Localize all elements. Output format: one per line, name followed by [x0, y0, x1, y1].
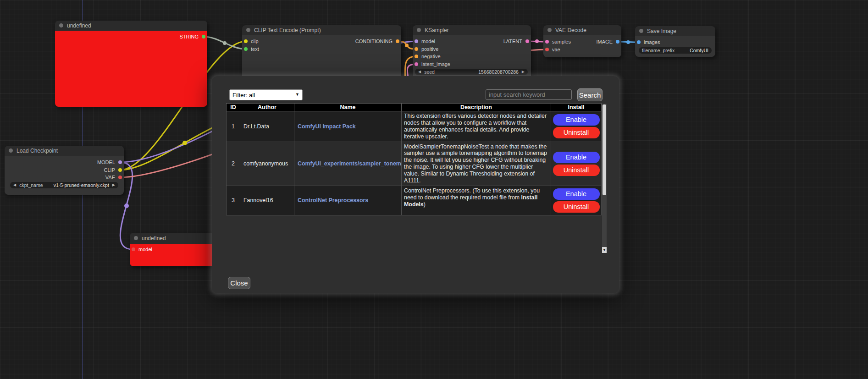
search-input[interactable]	[486, 89, 572, 100]
enable-button[interactable]: Enable	[553, 114, 600, 126]
node-collapse-dot-icon[interactable]	[246, 28, 250, 32]
output-slot-vae[interactable]: VAE	[105, 174, 122, 181]
scroll-down-icon: ▼	[603, 248, 606, 252]
link-midpoint-dot[interactable]	[223, 41, 227, 45]
node-title: Load Checkpoint	[17, 148, 58, 154]
output-dot-icon[interactable]	[118, 160, 122, 164]
output-slot-string[interactable]: STRING	[179, 33, 205, 40]
input-dot-icon[interactable]	[415, 39, 418, 43]
node-collapse-dot-icon[interactable]	[134, 236, 138, 240]
enable-button[interactable]: Enable	[553, 152, 600, 163]
input-slot-model[interactable]: model	[132, 246, 152, 253]
node-title-bar[interactable]: KSampler	[413, 25, 531, 35]
node-collapse-dot-icon[interactable]	[59, 23, 63, 27]
node-clip-text-encode[interactable]: CLIP Text Encode (Prompt) clip text COND…	[242, 25, 401, 82]
input-dot-icon[interactable]	[637, 40, 641, 44]
node-title-bar[interactable]: undefined	[130, 233, 215, 244]
output-dot-icon[interactable]	[118, 168, 122, 172]
install-cell: EnableUninstall	[551, 186, 602, 215]
input-slot-latent-image[interactable]: latent_image	[415, 61, 450, 67]
node-undefined-model[interactable]: undefined model	[130, 233, 215, 266]
extension-description: ControlNet Preprocessors. (To use this e…	[402, 186, 551, 215]
input-dot-icon[interactable]	[415, 62, 418, 66]
link-midpoint-dot[interactable]	[182, 141, 187, 145]
node-save-image[interactable]: Save Image images filename_prefix ComfyU…	[635, 26, 715, 57]
input-slot-negative[interactable]: negative	[415, 53, 441, 60]
node-collapse-dot-icon[interactable]	[417, 28, 421, 32]
node-title-bar[interactable]: VAE Decode	[543, 25, 621, 35]
node-collapse-dot-icon[interactable]	[9, 148, 13, 153]
extension-name-link[interactable]: ComfyUI Impact Pack	[298, 123, 356, 130]
node-collapse-dot-icon[interactable]	[639, 29, 643, 33]
scrollbar-thumb[interactable]	[603, 104, 606, 195]
input-slot-model[interactable]: model	[415, 38, 435, 44]
node-undefined-string[interactable]: undefined STRING	[55, 21, 207, 107]
enable-button[interactable]: Enable	[553, 188, 600, 200]
node-graph-canvas[interactable]: undefined STRING CLIP Text Encode (Promp…	[0, 0, 868, 379]
input-slot-clip[interactable]: clip	[244, 38, 259, 44]
description-text: ModelSamplerTonemapNoiseTest a node that…	[404, 143, 547, 184]
output-dot-icon[interactable]	[202, 35, 205, 38]
filter-select[interactable]: Filter: all	[229, 89, 303, 100]
filename-prefix-widget[interactable]: filename_prefix ComfyUI	[639, 47, 712, 54]
input-slot-vae[interactable]: vae	[545, 46, 560, 53]
input-dot-icon[interactable]	[545, 48, 549, 51]
output-dot-icon[interactable]	[118, 176, 122, 179]
input-dot-icon[interactable]	[415, 47, 418, 51]
node-title: KSampler	[425, 27, 449, 33]
output-slot-latent[interactable]: LATENT	[503, 38, 529, 44]
uninstall-button[interactable]: Uninstall	[553, 165, 600, 176]
input-dot-icon[interactable]	[132, 247, 135, 251]
extension-name-link[interactable]: ControlNet Preprocessors	[298, 197, 368, 203]
extension-table-scroll[interactable]: IDAuthorNameDescriptionInstall 1Dr.Lt.Da…	[226, 103, 607, 253]
output-slot-clip[interactable]: CLIP	[104, 167, 122, 173]
extension-description: ModelSamplerTonemapNoiseTest a node that…	[402, 142, 551, 186]
node-load-checkpoint[interactable]: Load Checkpoint MODEL CLIP VAE ◀ ckpt_na…	[5, 146, 124, 195]
output-slot-image[interactable]: IMAGE	[597, 38, 619, 45]
node-title-bar[interactable]: undefined	[55, 21, 207, 31]
next-arrow-icon[interactable]: ▶	[112, 182, 115, 188]
slot-label: model	[421, 38, 435, 44]
input-dot-icon[interactable]	[415, 55, 418, 58]
node-collapse-dot-icon[interactable]	[547, 28, 552, 32]
node-vae-decode[interactable]: VAE Decode samples vae IMAGE	[543, 25, 621, 57]
output-dot-icon[interactable]	[616, 40, 619, 44]
decrement-arrow-icon[interactable]: ◀	[418, 69, 421, 75]
uninstall-button[interactable]: Uninstall	[553, 201, 600, 213]
uninstall-button[interactable]: Uninstall	[553, 127, 600, 138]
ckpt-name-widget[interactable]: ◀ ckpt_name v1-5-pruned-emaonly.ckpt ▶	[10, 182, 118, 188]
output-dot-icon[interactable]	[396, 39, 399, 43]
node-title-bar[interactable]: Load Checkpoint	[5, 146, 124, 156]
input-slot-text[interactable]: text	[244, 46, 259, 52]
slot-label: STRING	[179, 34, 199, 39]
output-slot-model[interactable]: MODEL	[97, 159, 122, 165]
extension-name-link[interactable]: ComfyUI_experiments/sampler_tonemap	[298, 160, 402, 167]
input-slot-positive[interactable]: positive	[415, 46, 438, 52]
column-header-author: Author	[240, 104, 294, 111]
scrollbar-down-button[interactable]: ▼	[602, 247, 607, 253]
link-midpoint-dot[interactable]	[535, 39, 539, 43]
link-midpoint-dot[interactable]	[405, 44, 409, 47]
output-dot-icon[interactable]	[525, 39, 529, 43]
input-slot-samples[interactable]: samples	[545, 38, 571, 45]
node-body: samples vae IMAGE	[543, 35, 621, 57]
seed-widget[interactable]: ◀ seed 156680208700286 ▶	[415, 69, 528, 75]
table-scrollbar[interactable]: ▼	[602, 103, 607, 253]
link-midpoint-dot[interactable]	[124, 203, 129, 208]
previous-arrow-icon[interactable]: ◀	[13, 182, 16, 188]
close-button[interactable]: Close	[228, 277, 250, 289]
input-dot-icon[interactable]	[545, 40, 549, 44]
column-header-id: ID	[227, 104, 240, 111]
link-midpoint-dot[interactable]	[626, 40, 630, 44]
increment-arrow-icon[interactable]: ▶	[522, 69, 525, 75]
input-dot-icon[interactable]	[244, 39, 248, 43]
node-ksampler[interactable]: KSampler model positive negative latent_…	[413, 25, 531, 81]
input-slot-images[interactable]: images	[637, 39, 660, 45]
node-title-bar[interactable]: Save Image	[635, 26, 715, 36]
output-slot-conditioning[interactable]: CONDITIONING	[355, 38, 399, 44]
node-body: images filename_prefix ComfyUI	[635, 36, 715, 57]
node-body: clip text CONDITIONING	[242, 35, 401, 82]
node-title-bar[interactable]: CLIP Text Encode (Prompt)	[242, 25, 401, 35]
input-dot-icon[interactable]	[244, 47, 248, 51]
search-button[interactable]: Search	[577, 88, 603, 101]
